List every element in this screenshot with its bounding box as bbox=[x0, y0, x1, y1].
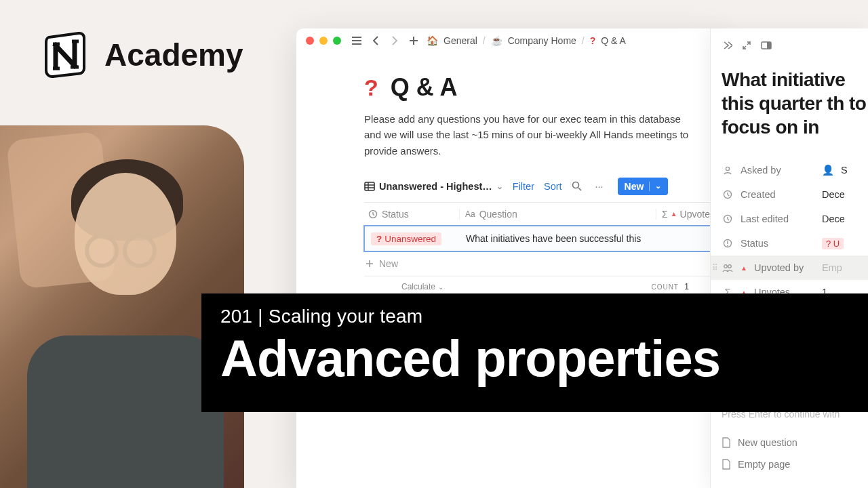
column-header-question[interactable]: Aa Question bbox=[459, 209, 656, 220]
property-upvoted-by[interactable]: ⠿ ▲ Upvoted by Emp bbox=[711, 256, 868, 280]
status-tag: ? Unanswered bbox=[371, 232, 441, 245]
sort-button[interactable]: Sort bbox=[544, 181, 562, 192]
new-button-label: New bbox=[625, 181, 644, 192]
crumb-qa[interactable]: Q & A bbox=[601, 35, 626, 46]
question-mark-icon: ? bbox=[376, 234, 382, 244]
property-created[interactable]: Created Dece bbox=[722, 182, 868, 207]
search-icon[interactable] bbox=[572, 181, 584, 191]
question-mark-icon: ? bbox=[590, 35, 596, 46]
expand-icon[interactable] bbox=[742, 41, 751, 50]
course-banner: 201|Scaling your team Advanced propertie… bbox=[201, 293, 868, 412]
table-row[interactable]: ? Unanswered What initiatives have been … bbox=[364, 226, 717, 251]
calculate-button[interactable]: Calculate ⌄ bbox=[364, 282, 459, 291]
chevron-down-icon: ⌄ bbox=[496, 182, 503, 191]
table-header-row: Status Aa Question Σ ▲ Upvotes bbox=[364, 203, 717, 226]
svg-rect-4 bbox=[767, 42, 771, 49]
crumb-general[interactable]: General bbox=[443, 35, 477, 46]
table-view-icon bbox=[364, 182, 375, 191]
traffic-lights bbox=[306, 37, 341, 45]
svg-point-11 bbox=[728, 265, 732, 268]
coffee-icon: ☕ bbox=[491, 35, 502, 46]
notion-logo-icon bbox=[41, 30, 90, 79]
status-tag: ? U bbox=[822, 238, 844, 249]
chevron-down-icon: ⌄ bbox=[655, 182, 661, 190]
view-selector[interactable]: Unanswered - Highest… ⌄ bbox=[364, 181, 503, 192]
close-window-icon[interactable] bbox=[306, 37, 314, 45]
triangle-up-icon: ▲ bbox=[741, 264, 747, 272]
avatar-icon: 👤 bbox=[822, 165, 834, 176]
nav-forward-icon[interactable] bbox=[389, 36, 401, 45]
property-status[interactable]: Status ? U bbox=[722, 231, 868, 256]
svg-rect-0 bbox=[365, 182, 374, 190]
page-description[interactable]: Please add any questions you have for ou… bbox=[364, 111, 690, 159]
page-icon[interactable]: ? bbox=[364, 75, 378, 101]
plus-icon bbox=[366, 260, 374, 268]
page-icon bbox=[722, 437, 731, 448]
svg-point-1 bbox=[572, 182, 578, 188]
formula-property-icon: Σ bbox=[662, 209, 668, 220]
select-property-icon bbox=[722, 239, 734, 248]
svg-point-10 bbox=[724, 265, 728, 268]
page-detail-panel: What initiative this quarter th to focus… bbox=[710, 28, 868, 488]
brand-block: Academy bbox=[41, 30, 243, 79]
people-property-icon bbox=[722, 263, 734, 272]
close-panel-icon[interactable] bbox=[722, 41, 732, 50]
column-header-status[interactable]: Status bbox=[364, 209, 459, 220]
peek-mode-icon[interactable] bbox=[761, 41, 772, 49]
academy-label: Academy bbox=[104, 37, 243, 73]
property-last-edited[interactable]: Last edited Dece bbox=[722, 207, 868, 231]
page-title: ? Q & A bbox=[364, 73, 717, 102]
template-list: New question Empty page bbox=[722, 432, 868, 475]
course-kicker: 201|Scaling your team bbox=[220, 306, 848, 327]
new-tab-icon[interactable] bbox=[408, 36, 420, 45]
template-new-question[interactable]: New question bbox=[722, 432, 868, 453]
svg-point-9 bbox=[727, 245, 728, 247]
triangle-up-icon: ▲ bbox=[671, 210, 677, 218]
template-empty-page[interactable]: Empty page bbox=[722, 453, 868, 475]
breadcrumb[interactable]: 🏠 General / ☕ Company Home / ? Q & A bbox=[427, 35, 626, 46]
clock-icon bbox=[722, 214, 734, 224]
more-icon[interactable]: ··· bbox=[593, 181, 606, 192]
add-row-button[interactable]: New bbox=[364, 251, 717, 276]
window-titlebar: 🏠 General / ☕ Company Home / ? Q & A bbox=[296, 28, 717, 53]
clock-icon bbox=[722, 190, 734, 199]
drag-handle-icon[interactable]: ⠿ bbox=[712, 263, 717, 272]
count-display[interactable]: COUNT 1 bbox=[651, 282, 717, 291]
notion-window: 🏠 General / ☕ Company Home / ? Q & A ? Q… bbox=[296, 28, 717, 488]
select-property-icon bbox=[368, 209, 378, 219]
page-icon bbox=[722, 459, 731, 470]
course-title: Advanced properties bbox=[220, 329, 848, 388]
person-property-icon bbox=[722, 165, 734, 175]
database-table: Status Aa Question Σ ▲ Upvotes ? Unanswe… bbox=[364, 202, 717, 298]
filter-button[interactable]: Filter bbox=[513, 181, 534, 192]
page-title-text[interactable]: Q & A bbox=[391, 73, 458, 102]
crumb-company-home[interactable]: Company Home bbox=[508, 35, 576, 46]
new-button[interactable]: New ⌄ bbox=[618, 178, 669, 195]
sidebar-menu-icon[interactable] bbox=[351, 36, 363, 45]
database-toolbar: Unanswered - Highest… ⌄ Filter Sort ··· … bbox=[364, 178, 717, 195]
chevron-down-icon: ⌄ bbox=[438, 283, 443, 291]
view-name: Unanswered - Highest… bbox=[379, 181, 492, 192]
nav-back-icon[interactable] bbox=[370, 36, 382, 45]
column-header-upvotes[interactable]: Σ ▲ Upvotes bbox=[656, 209, 717, 220]
detail-title[interactable]: What initiative this quarter th to focus… bbox=[722, 68, 868, 139]
maximize-window-icon[interactable] bbox=[333, 37, 341, 45]
row-question-text[interactable]: What initiatives have been successful th… bbox=[459, 233, 717, 244]
title-property-icon: Aa bbox=[465, 209, 475, 219]
property-asked-by[interactable]: Asked by 👤 S bbox=[722, 158, 868, 182]
home-icon: 🏠 bbox=[427, 35, 438, 46]
svg-point-5 bbox=[726, 167, 729, 170]
minimize-window-icon[interactable] bbox=[319, 37, 328, 45]
